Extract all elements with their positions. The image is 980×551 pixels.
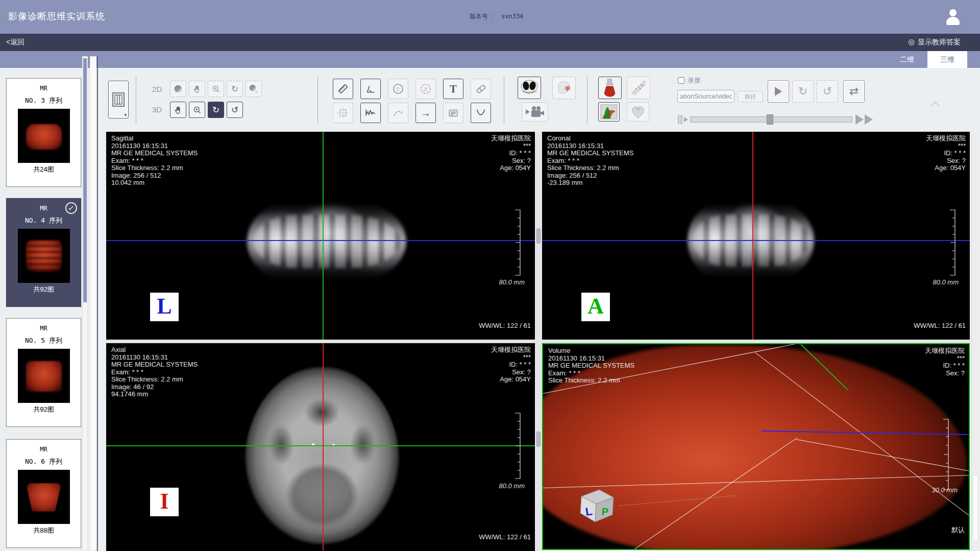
zoom-3d-button[interactable] [189,102,205,118]
viewport-volume-active[interactable]: L P Volume 20161130 16:15:31 MR GE MEDIC… [542,343,970,550]
record-screen-checkbox[interactable] [678,77,684,84]
hospital-name: 天堰模拟医院 [926,135,966,142]
show-teacher-answer-button[interactable]: ◎显示教师答案 [908,37,961,47]
right-scrollbar-thumb[interactable] [973,475,978,541]
viewport-coronal[interactable]: Coronal 20161130 16:15:31 MR GE MEDICAL … [542,132,970,340]
fast-forward-icon[interactable] [854,113,878,126]
head-render-icon [555,79,573,97]
video-path-input[interactable] [677,90,734,103]
divider-grip[interactable] [536,228,541,244]
play-button[interactable] [768,80,789,103]
series-count: 共24图 [7,165,81,174]
back-button[interactable]: <返回 [6,38,24,47]
record-screen-label: 录屏 [688,77,701,84]
head-render-preset-button[interactable] [552,77,576,99]
knee-preset-button[interactable] [598,77,622,99]
hand-icon [174,105,183,115]
secondary-circle-icon: 次 [419,82,432,95]
divider-grip[interactable] [536,432,541,447]
slice-thickness: Slice Thickness: 2.2 mm [547,164,633,172]
arc-icon [392,107,404,119]
window-level-2d-button[interactable] [170,81,186,97]
exam-info: Exam: * * * [547,157,633,165]
loop-ccw-button[interactable]: ↺ [817,80,838,103]
zoom-2d-button[interactable] [208,81,224,97]
browse-path-button[interactable]: 路径 [738,91,763,102]
patient-id: ID: * * * [926,150,966,157]
reset-view-button[interactable]: ↺ [227,102,243,118]
coronal-axial-refline-blue[interactable] [542,240,970,241]
eraser-icon [475,83,487,95]
curve-tool-button[interactable] [360,103,381,123]
collapse-toolbar-chevron[interactable] [929,100,941,108]
rotate-3d-button-active[interactable]: ↻ [208,102,224,118]
series-card-5[interactable]: MR NO. 5 序列 共92图 [6,318,81,427]
swap-direction-button[interactable]: ⇄ [843,80,865,103]
play-icon [774,86,783,97]
angle-tool-button[interactable] [360,79,381,99]
right-scrollbar-track[interactable] [971,132,979,551]
user-avatar-icon[interactable] [944,8,962,26]
image-index: Image: 46 / 92 [111,384,198,391]
loop-ccw-icon: ↺ [823,85,832,98]
toolbar-separator [504,77,504,124]
sagittal-axial-refline-blue[interactable] [106,240,535,241]
curve-icon [364,107,377,119]
frame-slider-handle[interactable] [767,114,773,125]
series-name: NO. 3 序列 [7,96,81,105]
pan-2d-button[interactable] [189,81,205,97]
patient-age: Age: 054Y [491,164,531,172]
rotate-icon: ↻ [231,84,238,94]
arc-tool-button[interactable] [388,103,408,123]
loop-cw-button[interactable]: ↻ [792,80,814,103]
sagittal-coronal-refline-green[interactable] [323,132,324,340]
axial-structures [244,366,400,545]
axial-sagittal-refline-red[interactable] [323,343,324,551]
viewport-row-divider[interactable] [106,340,970,343]
eraser-tool-button[interactable] [471,79,491,99]
skeleton-preset-button[interactable] [627,77,650,99]
viewport-axial[interactable]: Axial 20161130 16:15:31 MR GE MEDICAL SY… [106,343,535,551]
svg-text:c: c [256,89,258,94]
series-card-6[interactable]: MR NO. 6 序列 共88图 [6,439,81,548]
patient-id: ID: * * * [491,361,531,369]
text-annotation-button[interactable]: T [443,79,463,99]
orientation-cube[interactable]: L P [574,486,618,529]
tab-3d[interactable]: 三维 [927,51,967,68]
coronal-sagittal-refline-red[interactable] [752,132,753,340]
arrow-icon: → [421,107,431,119]
scale-label: 80.0 mm [499,482,525,490]
record-screen-option[interactable]: 录屏 [678,76,701,85]
patient-age: Age: 054Y [491,376,531,384]
roi-rect-tool-button[interactable] [333,103,353,123]
volume-overlay-left: Volume 20161130 16:15:31 MR GE MEDICAL S… [548,347,634,385]
study-datetime: 20161130 16:15:31 [547,142,633,150]
rotate-2d-button[interactable]: ↻ [227,81,243,97]
series-card-4-selected[interactable]: ✓ MR NO. 4 序列 共92图 [6,198,81,307]
series-card-3[interactable]: MR NO. 3 序列 共24图 [6,78,81,187]
ruler-tool-button[interactable] [333,79,353,99]
tab-2d[interactable]: 二维 [889,51,925,68]
export-video-button[interactable] [522,102,548,122]
secondary-crosshair-button[interactable]: 次 [415,79,436,99]
primary-crosshair-button[interactable]: 主 [388,79,408,99]
sidebar-scrollbar-thumb[interactable] [83,58,87,302]
cube-face-P: P [601,506,609,517]
dropdown-caret-icon: ▾ [124,112,127,117]
step-start-icon[interactable] [677,113,690,126]
window-level-reset-button[interactable]: c [246,81,262,97]
arrow-tool-button[interactable]: → [415,103,436,123]
series-modality: MR [7,85,81,92]
axial-coronal-refline-green[interactable] [106,445,535,446]
sagittal-overlay-left: Sagittal 20161130 16:15:31 MR GE MEDICAL… [111,135,198,187]
note-tool-button[interactable] [443,103,463,123]
u-curve-tool-button[interactable] [471,103,491,123]
pan-3d-button[interactable] [170,102,186,118]
layout-select-button[interactable]: ▾ [108,81,129,118]
viewport-sagittal[interactable]: Sagittal 20161130 16:15:31 MR GE MEDICAL… [106,132,535,340]
patient-id: ID: * * * [491,150,531,157]
color-volume-preset-button[interactable] [598,102,620,122]
heart-preset-button[interactable] [627,102,649,122]
scale-label: 30.0 mm [932,486,958,494]
lung-ct-preset-button[interactable] [518,77,541,99]
